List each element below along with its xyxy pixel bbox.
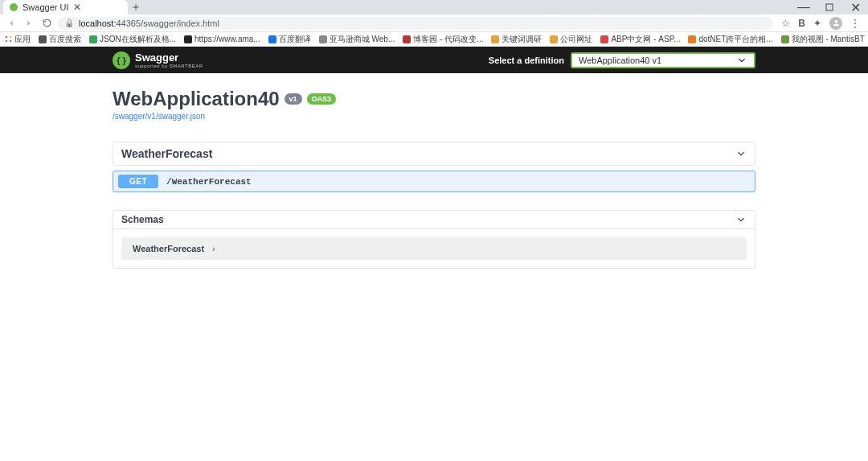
spec-link[interactable]: /swagger/v1/swagger.json [113, 112, 755, 121]
swagger-logo[interactable]: { } Swagger supported by SMARTBEAR [113, 51, 203, 69]
bookmark-favicon [89, 35, 97, 43]
lock-icon: 🔒 [64, 19, 74, 27]
extensions-icon[interactable]: ✦ [813, 18, 821, 29]
version-badge: v1 [285, 93, 302, 105]
bookmark-item[interactable]: ABP中文网 - ASP... [600, 34, 680, 45]
bookmark-item[interactable]: 百度翻译 [268, 34, 311, 45]
oas-badge: OAS3 [307, 93, 337, 105]
swagger-brand: Swagger [135, 51, 203, 64]
operation-path: /WeatherForecast [166, 177, 252, 187]
star-icon[interactable]: ☆ [781, 18, 790, 29]
url-text: localhost:44365/swagger/index.html [79, 19, 219, 28]
b-extension-icon[interactable]: B [798, 18, 805, 29]
back-button[interactable] [5, 17, 18, 30]
bookmark-label: 博客园 - 代码改变... [413, 34, 483, 45]
schemas-title: Schemas [121, 214, 164, 225]
bookmark-favicon [600, 35, 608, 43]
swagger-subtitle: supported by SMARTBEAR [135, 64, 203, 68]
maximize-button[interactable] [817, 0, 842, 14]
bookmark-label: 亚马逊商城 Web... [330, 34, 395, 45]
swagger-mark-icon: { } [113, 51, 130, 69]
definition-selector: Select a definition WebApplication40 v1 [489, 52, 755, 68]
url-path: /swagger/index.html [141, 19, 219, 28]
bookmark-item[interactable]: 公司网址 [550, 34, 592, 45]
bookmark-item[interactable]: 百度搜索 [39, 34, 81, 45]
url-input[interactable]: 🔒 localhost:44365/swagger/index.html [58, 17, 773, 30]
apps-icon [5, 35, 12, 43]
api-title-text: WebApplication40 [113, 88, 280, 110]
chevron-down-icon [736, 55, 747, 66]
tag-name: WeatherForecast [121, 147, 212, 160]
forward-button[interactable] [23, 17, 35, 30]
address-bar: 🔒 localhost:44365/swagger/index.html ☆ B… [0, 14, 868, 32]
bookmark-item[interactable]: 我的视图 - MantisBT [781, 34, 865, 45]
schemas-header[interactable]: Schemas [113, 210, 755, 229]
swagger-main: WebApplication40 v1 OAS3 /swagger/v1/swa… [113, 73, 755, 269]
bookmark-favicon [491, 35, 499, 43]
bookmark-label: 公司网址 [560, 34, 592, 45]
browser-tab[interactable]: Swagger UI ✕ [3, 0, 128, 14]
new-tab-button[interactable]: ＋ [128, 0, 144, 14]
bookmark-item[interactable]: https://www.ama... [184, 35, 260, 43]
swagger-topbar: { } Swagger supported by SMARTBEAR Selec… [0, 47, 868, 73]
bookmark-favicon [319, 35, 327, 43]
bookmark-item[interactable]: 关键词调研 [491, 34, 542, 45]
schema-name: WeatherForecast [133, 244, 204, 253]
url-host: localhost: [79, 19, 116, 28]
chevron-right-icon: › [212, 244, 215, 253]
schema-item[interactable]: WeatherForecast › [121, 237, 747, 260]
url-port: 44365 [116, 19, 141, 28]
reload-button[interactable] [40, 17, 53, 30]
close-window-button[interactable]: ✕ [842, 0, 868, 14]
definition-dropdown[interactable]: WebApplication40 v1 [571, 52, 755, 68]
chevron-down-icon [735, 214, 747, 225]
api-header: WebApplication40 v1 OAS3 /swagger/v1/swa… [113, 88, 755, 121]
toolbar-icons: ☆ B ✦ ⋮ [778, 17, 863, 30]
window-controls: — ✕ [791, 0, 868, 14]
apps-button[interactable]: 应用 [5, 34, 31, 45]
bookmark-favicon [39, 35, 47, 43]
svg-point-1 [834, 20, 837, 23]
bookmark-label: JSON在线解析及格... [100, 34, 176, 45]
bookmark-label: 百度搜索 [49, 34, 81, 45]
minimize-button[interactable]: — [791, 0, 817, 14]
definition-label: Select a definition [489, 56, 564, 65]
api-title: WebApplication40 v1 OAS3 [113, 88, 336, 110]
browser-tab-bar: Swagger UI ✕ ＋ — ✕ [0, 0, 868, 14]
tab-favicon [10, 3, 18, 11]
kebab-menu-icon[interactable]: ⋮ [850, 18, 860, 29]
bookmark-label: https://www.ama... [194, 35, 260, 43]
bookmark-favicon [403, 35, 411, 43]
bookmark-label: ABP中文网 - ASP... [611, 34, 680, 45]
apps-label: 应用 [14, 34, 31, 45]
operation-row[interactable]: GET /WeatherForecast [113, 171, 755, 192]
definition-value: WebApplication40 v1 [579, 56, 661, 65]
close-tab-icon[interactable]: ✕ [73, 2, 81, 13]
bookmark-favicon [550, 35, 558, 43]
bookmark-item[interactable]: dotNET跨平台的相... [688, 34, 772, 45]
schemas-body: WeatherForecast › [113, 229, 755, 269]
bookmark-label: 关键词调研 [502, 34, 542, 45]
bookmark-favicon [781, 35, 789, 43]
svg-rect-0 [826, 4, 833, 10]
profile-avatar[interactable] [829, 17, 842, 30]
bookmark-item[interactable]: 博客园 - 代码改变... [403, 34, 483, 45]
bookmark-label: 我的视图 - MantisBT [792, 34, 865, 45]
bookmark-favicon [184, 35, 192, 43]
bookmark-favicon [268, 35, 276, 43]
bookmark-label: 百度翻译 [279, 34, 311, 45]
http-method-badge: GET [118, 175, 158, 188]
bookmarks-bar: 应用 百度搜索 JSON在线解析及格... https://www.ama...… [0, 32, 868, 47]
bookmark-favicon [688, 35, 696, 43]
maximize-icon [825, 3, 833, 11]
tag-section-header[interactable]: WeatherForecast [113, 142, 755, 166]
bookmark-item[interactable]: 亚马逊商城 Web... [319, 34, 395, 45]
bookmark-label: dotNET跨平台的相... [698, 34, 772, 45]
bookmark-item[interactable]: JSON在线解析及格... [89, 34, 176, 45]
chevron-down-icon [735, 148, 747, 159]
tab-title: Swagger UI [23, 2, 68, 12]
